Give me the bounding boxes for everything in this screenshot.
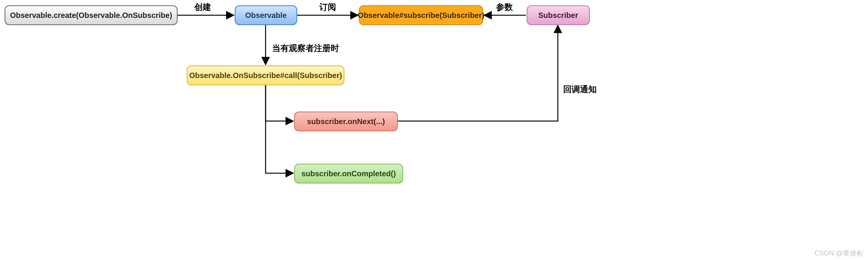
node-oncompleted-label: subscriber.onCompleted()	[301, 169, 396, 178]
node-subscribe-label: Observable#subscribe(Subscriber)	[358, 11, 484, 20]
node-observable: Observable	[235, 5, 297, 25]
node-subscriber: Subscriber	[527, 5, 590, 25]
node-subscribe: Observable#subscribe(Subscriber)	[359, 5, 483, 25]
node-onnext-label: subscriber.onNext(...)	[307, 117, 385, 126]
edge-label-subscribe: 订阅	[319, 2, 336, 13]
node-oncompleted: subscriber.onCompleted()	[294, 164, 403, 183]
node-observable-label: Observable	[245, 11, 287, 20]
node-call: Observable.OnSubscribe#call(Subscriber)	[187, 65, 344, 85]
node-onnext: subscriber.onNext(...)	[294, 112, 398, 131]
edge-label-param: 参数	[496, 2, 513, 13]
watermark: CSDN @黄俊彬	[815, 249, 863, 258]
edge-label-create: 创建	[194, 2, 211, 13]
node-create-label: Observable.create(Observable.OnSubscribe…	[10, 11, 172, 20]
node-subscriber-label: Subscriber	[538, 11, 578, 20]
edge-label-callback: 回调通知	[563, 84, 597, 95]
node-call-label: Observable.OnSubscribe#call(Subscriber)	[189, 71, 342, 80]
diagram-connectors	[0, 0, 868, 260]
edge-label-register: 当有观察者注册时	[272, 43, 339, 54]
node-create: Observable.create(Observable.OnSubscribe…	[5, 5, 178, 25]
